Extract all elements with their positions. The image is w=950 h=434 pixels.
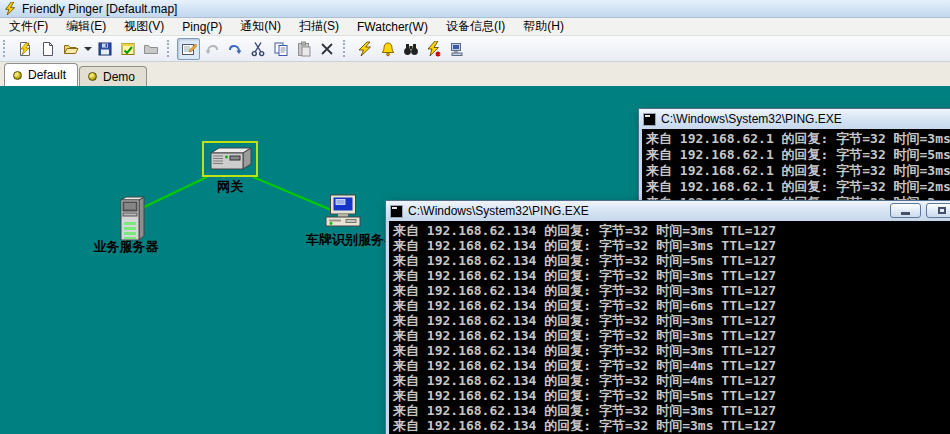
redo-arrow-icon [227, 41, 243, 57]
console-icon [390, 205, 403, 218]
tab-demo[interactable]: Demo [79, 66, 147, 86]
scissors-icon [250, 41, 266, 57]
ping-reply-line: 来自 192.168.62.1 的回复: 字节=32 时间=3ms TTL=12… [646, 131, 950, 147]
copy-button[interactable] [269, 38, 292, 60]
new-map-button[interactable] [36, 38, 59, 60]
ping-reply-line: 来自 192.168.62.134 的回复: 字节=32 时间=5ms TTL=… [393, 253, 950, 268]
menu-ping[interactable]: Ping(P) [173, 19, 231, 35]
node-plate-recognition-server-label: 车牌识别服务器 [306, 231, 397, 249]
menu-device-info[interactable]: 设备信息(I) [437, 17, 514, 36]
open-map-button[interactable] [59, 38, 82, 60]
friendly-pinger-window: Friendly Pinger [Default.map] 文件(F) 编辑(E… [0, 0, 950, 434]
node-business-server-label: 业务服务器 [66, 238, 186, 256]
ping-reply-line: 来自 192.168.62.134 的回复: 字节=32 时间=3ms TTL=… [393, 283, 950, 298]
menu-edit[interactable]: 编辑(E) [57, 17, 115, 36]
node-plate-recognition-server[interactable] [322, 194, 364, 235]
ping-button[interactable] [353, 38, 376, 60]
minimize-button[interactable] [890, 203, 921, 218]
maximize-icon [938, 207, 946, 214]
edit-mode-button[interactable] [177, 38, 200, 60]
ping-reply-line: 来自 192.168.62.134 的回复: 字节=32 时间=4ms TTL=… [393, 373, 950, 388]
ping-console-window-2[interactable]: C:\Windows\System32\PING.EXE 来自 192.168.… [385, 200, 950, 434]
tab-default-label: Default [28, 68, 66, 82]
ping-reply-line: 来自 192.168.62.1 的回复: 字节=32 时间=3ms TTL=12… [646, 163, 950, 179]
blank-page-icon [40, 41, 56, 57]
delete-button[interactable] [315, 38, 338, 60]
map-status-dot-icon [13, 71, 22, 80]
save-map-button[interactable] [93, 38, 116, 60]
app-titlebar[interactable]: Friendly Pinger [Default.map] [0, 0, 950, 18]
ping-reply-line: 来自 192.168.62.134 的回复: 字节=32 时间=3ms TTL=… [393, 238, 950, 253]
console2-title: C:\Windows\System32\PING.EXE [408, 204, 589, 218]
clipboard-icon [296, 41, 312, 57]
copy-pages-icon [273, 41, 289, 57]
ping-reply-line: 来自 192.168.62.134 的回复: 字节=32 时间=3ms TTL=… [393, 223, 950, 238]
chevron-down-icon [84, 47, 92, 51]
node-gateway-label: 网关 [202, 178, 258, 196]
paste-button[interactable] [292, 38, 315, 60]
redo-button[interactable] [223, 38, 246, 60]
desktop-computer-icon [322, 194, 364, 232]
page-lightning-icon [17, 41, 33, 57]
tab-default[interactable]: Default [4, 63, 78, 86]
binoculars-icon [403, 41, 419, 57]
checklist-icon [120, 41, 136, 57]
console2-output[interactable]: 来自 192.168.62.134 的回复: 字节=32 时间=3ms TTL=… [389, 221, 950, 434]
scan-button[interactable] [399, 38, 422, 60]
toolbar-grip[interactable] [3, 40, 7, 57]
menu-view[interactable]: 视图(V) [115, 17, 173, 36]
toolbar-grip[interactable] [343, 40, 347, 57]
map-tab-bar: Default Demo [0, 62, 950, 86]
floppy-disk-icon [97, 41, 113, 57]
map-list-button[interactable] [116, 38, 139, 60]
delete-x-icon [319, 41, 335, 57]
cut-button[interactable] [246, 38, 269, 60]
window-title: Friendly Pinger [Default.map] [22, 2, 177, 16]
node-gateway[interactable] [202, 141, 258, 177]
router-icon [207, 146, 253, 172]
map-status-dot-icon [88, 72, 97, 81]
menu-file[interactable]: 文件(F) [0, 17, 57, 36]
ping-reply-line: 来自 192.168.62.134 的回复: 字节=32 时间=6ms TTL=… [393, 298, 950, 313]
maximize-button[interactable] [926, 203, 950, 218]
open-folder-icon [63, 41, 79, 57]
menu-help[interactable]: 帮助(H) [514, 17, 573, 36]
console1-title: C:\Windows\System32\PING.EXE [661, 112, 842, 126]
tower-server-icon [112, 196, 148, 242]
menu-scan[interactable]: 扫描(S) [290, 17, 348, 36]
fwatcher-button[interactable] [422, 38, 445, 60]
ping-reply-line: 来自 192.168.62.134 的回复: 字节=32 时间=4ms TTL=… [393, 358, 950, 373]
ping-reply-line: 来自 192.168.62.1 的回复: 字节=32 时间=5ms TTL=12… [646, 147, 950, 163]
ping-reply-line: 来自 192.168.62.134 的回复: 字节=32 时间=3ms TTL=… [393, 403, 950, 418]
toolbar [0, 36, 950, 62]
ping-reply-line: 来自 192.168.62.134 的回复: 字节=32 时间=3ms TTL=… [393, 418, 950, 433]
ping-reply-line: 来自 192.168.62.134 的回复: 字节=32 时间=3ms TTL=… [393, 268, 950, 283]
app-lightning-icon [4, 2, 17, 15]
toolbar-grip[interactable] [167, 40, 171, 57]
ping-console-window-1[interactable]: C:\Windows\System32\PING.EXE 来自 192.168.… [638, 108, 950, 212]
notification-button[interactable] [376, 38, 399, 60]
ping-reply-line: 来自 192.168.62.134 的回复: 字节=32 时间=3ms TTL=… [393, 328, 950, 343]
open-map-dropdown-button[interactable] [82, 38, 93, 60]
console2-titlebar[interactable]: C:\Windows\System32\PING.EXE [386, 201, 950, 221]
menu-fwatcher[interactable]: FWatcher(W) [348, 19, 437, 35]
console1-output[interactable]: 来自 192.168.62.1 的回复: 字节=32 时间=3ms TTL=12… [642, 129, 950, 207]
close-map-button[interactable] [139, 38, 162, 60]
new-map-wizard-button[interactable] [13, 38, 36, 60]
tab-demo-label: Demo [103, 70, 135, 84]
form-pencil-icon [181, 41, 197, 57]
device-computer-icon [449, 41, 465, 57]
ping-reply-line: 来自 192.168.62.134 的回复: 字节=32 时间=5ms TTL=… [393, 388, 950, 403]
minimize-icon [901, 212, 910, 215]
ping-reply-line: 来自 192.168.62.134 的回复: 字节=32 时间=3ms TTL=… [393, 343, 950, 358]
ping-reply-line: 来自 192.168.62.134 的回复: 字节=32 时间=3ms TTL=… [393, 313, 950, 328]
undo-arrow-icon [204, 41, 220, 57]
undo-button[interactable] [200, 38, 223, 60]
menu-notify[interactable]: 通知(N) [231, 17, 290, 36]
device-info-button[interactable] [445, 38, 468, 60]
console1-titlebar[interactable]: C:\Windows\System32\PING.EXE [639, 109, 950, 129]
toolbar-group-tools [350, 38, 471, 60]
closed-folder-icon [143, 41, 159, 57]
toolbar-group-file [10, 38, 165, 60]
lightning-icon [357, 41, 373, 57]
